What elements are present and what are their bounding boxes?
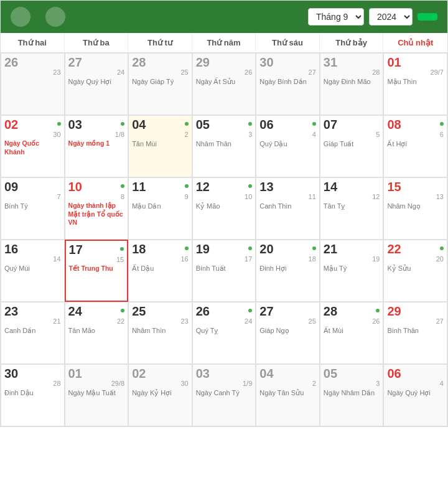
lunar-day: 26 (324, 318, 380, 325)
calendar-cell[interactable]: 0129/8Ngày Mậu Tuất (65, 364, 129, 426)
calendar-cell[interactable]: 2321Canh Dần (1, 302, 65, 364)
calendar-cell[interactable]: 042Ngày Tân Sửu (256, 364, 320, 426)
event-dot (248, 122, 252, 126)
cell-top: 16 (4, 243, 61, 255)
calendar-cell[interactable]: 3027Ngày Bính Dần (256, 53, 320, 115)
cell-top: 22 (387, 243, 444, 255)
calendar-cell[interactable]: 108Ngày thành lập Mặt trận Tổ quốc VN (65, 177, 129, 240)
view-button[interactable] (418, 13, 437, 21)
solar-day: 23 (4, 305, 18, 317)
cell-top: 25 (132, 305, 189, 317)
lunar-name: Quý Mùi (4, 265, 61, 272)
cell-top: 24 (68, 305, 125, 317)
event-dot (121, 122, 124, 126)
calendar-cell[interactable]: 053Ngày Nhâm Dần (320, 364, 384, 426)
cell-top: 30 (4, 367, 61, 380)
calendar-cell[interactable]: 2220Kỷ Sửu (383, 240, 447, 302)
cell-top: 28 (324, 305, 380, 317)
lunar-name: Ngày Mậu Tuất (68, 389, 125, 397)
calendar-cell[interactable]: 0129/7Mậu Thìn (383, 53, 447, 115)
calendar-cell[interactable]: 053Nhâm Thân (192, 115, 256, 177)
calendar-cell[interactable]: 2119Mậu Tý (320, 240, 384, 302)
lunar-name: Mậu Dần (132, 202, 189, 210)
calendar-cell[interactable]: 042Tân Mùi (128, 115, 192, 177)
calendar-cell[interactable]: 2523Nhâm Thìn (128, 302, 192, 364)
lunar-name: Nhâm Thìn (132, 327, 189, 334)
calendar-cell[interactable]: 2422Tân Mão (65, 302, 129, 364)
calendar-cell[interactable]: 1614Quý Mùi (1, 240, 65, 302)
solar-day: 29 (387, 305, 401, 317)
day-header-thứ-tư: Thứ tư (128, 33, 192, 52)
event-dot (248, 246, 252, 250)
year-select[interactable]: 2024 (369, 8, 413, 26)
cell-top: 26 (196, 305, 253, 317)
calendar-cell[interactable]: 119Mậu Dần (128, 177, 192, 240)
solar-day: 28 (132, 56, 146, 68)
prev-month-button[interactable] (11, 7, 30, 27)
calendar-cell[interactable]: 0230Ngày Quốc Khánh (1, 115, 65, 177)
solar-day: 18 (132, 243, 146, 255)
calendar-cell[interactable]: 1210Kỷ Mão (192, 177, 256, 240)
calendar-cell[interactable]: 031/9Ngày Canh Tý (192, 364, 256, 426)
lunar-name: Ngày Giáp Tý (132, 78, 189, 85)
calendar-cell[interactable]: 086Ất Hợi (383, 115, 447, 177)
lunar-day: 30 (132, 380, 189, 387)
calendar-cell[interactable]: 2724Ngày Quý Hợi (65, 53, 129, 115)
calendar-cell[interactable]: 2826Ất Mùi (320, 302, 384, 364)
calendar-cell[interactable]: 2018Đinh Hợi (256, 240, 320, 302)
cell-top: 10 (68, 180, 125, 193)
solar-day: 30 (4, 367, 18, 380)
calendar-cell[interactable]: 1715Tết Trung Thu (65, 240, 129, 302)
lunar-name: Ất Dậu (132, 265, 189, 273)
lunar-name: Ngày Quý Hợi (68, 78, 125, 86)
lunar-name: Ất Mùi (324, 327, 380, 335)
next-month-button[interactable] (45, 7, 65, 27)
month-select[interactable]: Tháng 9 (308, 8, 364, 26)
calendar-cell[interactable]: 2725Giáp Ngọ (256, 302, 320, 364)
calendar-cell[interactable]: 2624Quý Tỵ (192, 302, 256, 364)
calendar-cell[interactable]: 0230Ngày Kỷ Hợi (128, 364, 192, 426)
cell-note: Ngày Quốc Khánh (4, 139, 61, 156)
lunar-name: Giáp Ngọ (259, 327, 316, 335)
lunar-name: Quý Tỵ (196, 327, 253, 335)
calendar-cell[interactable]: 2926Ngày Ất Sửu (192, 53, 256, 115)
solar-day: 01 (68, 367, 82, 380)
lunar-day: 19 (324, 256, 380, 263)
cell-top: 12 (196, 180, 253, 193)
cell-top: 02 (4, 118, 61, 131)
lunar-day: 12 (324, 194, 380, 200)
calendar-cell[interactable]: 1412Tân Tỵ (320, 177, 384, 240)
calendar-cell[interactable]: 064Quý Dậu (256, 115, 320, 177)
calendar-cell[interactable]: 2623 (1, 53, 65, 115)
event-dot (440, 122, 444, 126)
calendar-cell[interactable]: 031/8Ngày mồng 1 (65, 115, 129, 177)
calendar-cell[interactable]: 1816Ất Dậu (128, 240, 192, 302)
calendar-cell[interactable]: 2825Ngày Giáp Tý (128, 53, 192, 115)
calendar-cell[interactable]: 1917Bính Tuất (192, 240, 256, 302)
solar-day: 31 (324, 56, 337, 68)
lunar-name: Kỷ Sửu (387, 265, 444, 273)
solar-day: 09 (4, 180, 18, 193)
lunar-day: 16 (132, 256, 189, 263)
lunar-day: 3 (196, 131, 253, 138)
calendar-cell[interactable]: 1311Canh Thìn (256, 177, 320, 240)
lunar-name: Tân Mão (68, 327, 125, 334)
calendar-cell[interactable]: 3028Đinh Dậu (1, 364, 65, 426)
lunar-day: 9 (132, 194, 189, 200)
solar-day: 06 (387, 367, 401, 380)
lunar-name: Bính Tý (4, 202, 61, 210)
calendar-cell[interactable]: 2927Bính Thân (383, 302, 447, 364)
lunar-day: 3 (324, 380, 380, 387)
event-dot (121, 309, 124, 312)
calendar-cell[interactable]: 075Giáp Tuất (320, 115, 384, 177)
cell-top: 29 (196, 56, 253, 68)
cell-top: 11 (132, 180, 189, 193)
solar-day: 28 (324, 305, 337, 317)
calendar-cell[interactable]: 064Ngày Quý Hợi (383, 364, 447, 426)
calendar-cell[interactable]: 3128Ngày Đinh Mão (320, 53, 384, 115)
lunar-name: Canh Thìn (259, 202, 316, 210)
solar-day: 03 (68, 118, 82, 131)
calendar-cell[interactable]: 1513Nhâm Ngọ (383, 177, 447, 240)
lunar-day: 29/8 (68, 380, 125, 387)
calendar-cell[interactable]: 097Bính Tý (1, 177, 65, 240)
